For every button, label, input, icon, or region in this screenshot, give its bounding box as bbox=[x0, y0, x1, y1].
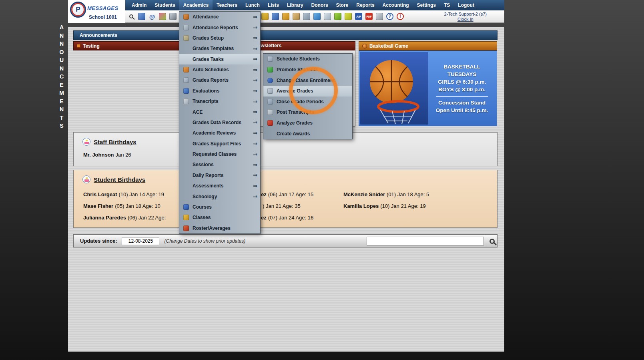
submenu-item[interactable]: Close Grade Periods bbox=[263, 97, 352, 107]
submenu-arrow-icon: ⇒ bbox=[253, 109, 257, 115]
submenu-item[interactable]: Average Grades bbox=[263, 86, 352, 97]
menu-item[interactable]: Transcripts ⇒ bbox=[179, 96, 260, 107]
brand-name: MESSAGES bbox=[87, 5, 118, 11]
basketball-text: BASKETBALL TUESDAYS GIRLS @ 6:30 p.m. BO… bbox=[428, 52, 496, 125]
student-name: ez bbox=[261, 191, 267, 197]
nav-item[interactable]: Teachers bbox=[213, 0, 241, 10]
student-detail: (10) Jan 21 Age: 19 bbox=[380, 203, 425, 209]
menu-item-label: Transcripts bbox=[193, 99, 253, 104]
newsletter-icon[interactable] bbox=[324, 13, 331, 20]
submenu-arrow-icon: ⇒ bbox=[253, 14, 257, 20]
ap-icon[interactable]: A/P bbox=[355, 13, 362, 20]
card-icon[interactable] bbox=[345, 13, 352, 20]
nav-item-label: Academics bbox=[183, 2, 209, 8]
grades-tasks-submenu: Schedule Students Promote Students Chang… bbox=[263, 53, 353, 139]
menu-item[interactable]: Auto Schedules ⇒ bbox=[179, 64, 260, 75]
submenu-item[interactable]: Schedule Students bbox=[263, 54, 352, 64]
search-icon[interactable] bbox=[128, 13, 135, 20]
nav-item[interactable]: Settings bbox=[413, 0, 440, 10]
menu-item[interactable]: Grades Setup ⇒ bbox=[179, 33, 260, 43]
nav-item[interactable]: Admin bbox=[128, 0, 150, 10]
money-icon[interactable] bbox=[334, 13, 341, 20]
birthday-cake-icon bbox=[82, 175, 90, 183]
menu-item[interactable]: Grades Data Records ⇒ bbox=[179, 117, 260, 128]
nav-item[interactable]: Lunch bbox=[241, 0, 264, 10]
book-icon[interactable] bbox=[272, 13, 279, 20]
mail-icon[interactable] bbox=[282, 13, 289, 20]
student-name: McKenzie Snider bbox=[343, 191, 385, 197]
email-at-icon[interactable]: @ bbox=[148, 13, 156, 20]
menu-item-label: Grades Tasks bbox=[193, 56, 253, 62]
basketball-header[interactable]: Basketball Game bbox=[359, 41, 497, 50]
pdf-icon[interactable]: PDF bbox=[365, 13, 373, 20]
menu-item-icon bbox=[183, 204, 189, 210]
phone-icon[interactable] bbox=[169, 13, 177, 20]
updates-date-input[interactable] bbox=[122, 237, 159, 245]
student-name: Mase Fisher bbox=[83, 203, 113, 209]
menu-item[interactable]: Classes ⇒ bbox=[179, 212, 260, 223]
menu-item[interactable]: Evaluations ⇒ bbox=[179, 86, 260, 96]
updates-search-icon[interactable] bbox=[487, 236, 497, 246]
submenu-item[interactable]: Post Transcripts bbox=[263, 107, 352, 118]
menu-item[interactable]: Sessions ⇒ bbox=[179, 159, 260, 170]
alert-icon[interactable]: ! bbox=[397, 13, 404, 20]
menu-item-label: Sessions bbox=[193, 162, 253, 167]
menu-item[interactable]: Assessments ⇒ bbox=[179, 181, 260, 191]
menu-item-label: Roster/Averages bbox=[193, 225, 253, 231]
clock-icon[interactable] bbox=[313, 13, 321, 20]
logo[interactable]: P MESSAGES School 1001 bbox=[68, 0, 125, 23]
menu-item[interactable]: ACE ⇒ bbox=[179, 107, 260, 117]
send-icon[interactable] bbox=[293, 13, 300, 20]
submenu-item[interactable]: Create Awards bbox=[263, 128, 352, 139]
menu-item[interactable]: Grades Reports ⇒ bbox=[179, 75, 260, 85]
submenu-item[interactable]: Change Class Enrollment bbox=[263, 75, 352, 86]
student-birthdays-title[interactable]: Student Birthdays bbox=[94, 176, 145, 183]
staff-birthdays-title[interactable]: Staff Birthdays bbox=[94, 139, 136, 145]
updates-search-input[interactable] bbox=[367, 237, 484, 245]
basketball-icon bbox=[362, 44, 367, 48]
menu-item[interactable]: Schoology ⇒ bbox=[179, 191, 260, 201]
contacts-icon[interactable] bbox=[159, 13, 166, 20]
layers-icon[interactable] bbox=[261, 13, 269, 20]
nav-item[interactable]: Lists bbox=[264, 0, 283, 10]
menu-item[interactable]: Requested Classes ⇒ bbox=[179, 149, 260, 159]
nav-item[interactable]: Academics bbox=[179, 0, 213, 10]
nav-item[interactable]: Logout bbox=[454, 0, 478, 10]
menu-item[interactable]: Roster/Averages ⇒ bbox=[179, 223, 260, 233]
menu-item[interactable]: Attendance Reports ⇒ bbox=[179, 22, 260, 32]
menu-item[interactable]: Academic Reviews ⇒ bbox=[179, 128, 260, 138]
nav-item[interactable]: Accounting bbox=[379, 0, 413, 10]
help-icon[interactable]: ? bbox=[386, 13, 393, 20]
nav-item[interactable]: Store bbox=[332, 0, 353, 10]
submenu-item[interactable]: Promote Students bbox=[263, 64, 352, 75]
nav-item-label: Library bbox=[287, 2, 303, 8]
submenu-item-label: Analyze Grades bbox=[277, 120, 349, 126]
announcement-bullet-icon bbox=[77, 44, 80, 48]
nav-item[interactable]: Library bbox=[283, 0, 307, 10]
menu-item-icon bbox=[183, 25, 189, 30]
clock-in-link[interactable]: Clock In bbox=[444, 17, 487, 22]
submenu-item[interactable]: Analyze Grades bbox=[263, 118, 352, 129]
submenu-arrow-icon: ⇒ bbox=[253, 24, 257, 30]
menu-item[interactable]: Courses ⇒ bbox=[179, 202, 260, 212]
menu-item[interactable]: Attendance ⇒ bbox=[179, 12, 260, 22]
student-birthday-entry: ) Jan 21 Age: 35 bbox=[261, 200, 313, 212]
nav-item[interactable]: Donors bbox=[307, 0, 332, 10]
printer-icon[interactable] bbox=[376, 13, 383, 20]
menu-item[interactable]: Grades Support Files ⇒ bbox=[179, 139, 260, 149]
nav-item[interactable]: Students bbox=[150, 0, 179, 10]
staff-birthday-list: Mr. JohnsonJan 26 bbox=[74, 146, 497, 158]
nav-item[interactable]: Reports bbox=[352, 0, 378, 10]
people-icon[interactable] bbox=[303, 13, 310, 20]
submenu-arrow-icon: ⇒ bbox=[253, 193, 257, 199]
submenu-arrow-icon: ⇒ bbox=[253, 46, 257, 52]
menu-item[interactable]: Daily Reports ⇒ bbox=[179, 170, 260, 181]
menu-item[interactable]: Grades Tasks ⇒ bbox=[179, 54, 260, 64]
menu-item[interactable]: Grades Templates ⇒ bbox=[179, 43, 260, 54]
nav-item-label: Lists bbox=[268, 2, 279, 8]
nav-item[interactable]: TS bbox=[440, 0, 454, 10]
calendar-icon[interactable] bbox=[138, 13, 145, 20]
bball-concession: Concession Stand Open Until 8:45 p.m. bbox=[436, 96, 488, 114]
submenu-item-icon bbox=[267, 109, 273, 115]
nav-item-label: Students bbox=[154, 2, 175, 8]
